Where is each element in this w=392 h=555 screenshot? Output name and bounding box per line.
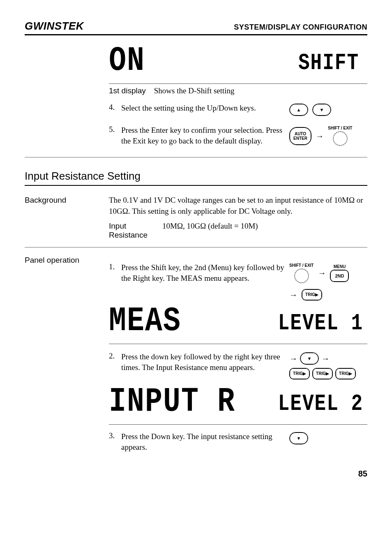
second-key-icon: 2ND	[330, 270, 349, 282]
segment-display-secondary: SHIFT	[298, 51, 359, 76]
step-text: Press the Down key. The input resistance…	[121, 431, 284, 453]
segment-display-primary: ON	[109, 41, 145, 80]
arrow-right-icon: →	[321, 354, 330, 363]
display-caption-label: 1st display	[109, 86, 146, 95]
background-label: Background	[25, 195, 101, 239]
down-key-icon: ▼	[300, 352, 319, 365]
trig-right-key-icon: TRIG▶	[302, 289, 322, 301]
step-number: 4.	[109, 103, 116, 112]
step-text: Select the setting using the Up/Down key…	[121, 103, 284, 113]
shift-exit-label: SHIFT / EXIT	[328, 126, 352, 130]
step-text: Press the Enter key to confirm your sele…	[121, 125, 284, 146]
step-number: 3.	[109, 431, 116, 440]
arrow-right-icon: →	[289, 291, 297, 299]
up-key-icon: ▲	[289, 104, 308, 116]
shift-exit-key-icon	[333, 131, 348, 146]
down-key-icon: ▼	[289, 432, 308, 444]
step-number: 2.	[109, 352, 116, 361]
background-text: The 0.1V and 1V DC voltage ranges can be…	[109, 195, 367, 216]
menu-label: MENU	[334, 264, 346, 269]
step-number: 5.	[109, 125, 116, 134]
shift-exit-label: SHIFT / EXIT	[289, 263, 314, 268]
panel-operation-label: Panel operation	[25, 255, 101, 453]
brand-logo: GWINSTEK	[25, 20, 84, 32]
page-section-title: SYSTEM/DISPLAY CONFIGURATION	[234, 23, 367, 32]
section-heading: Input Resistance Setting	[25, 170, 367, 186]
shift-exit-key-icon	[294, 268, 309, 283]
trig-right-key-icon: TRIG▶	[289, 368, 310, 379]
step-text: Press the down key followed by the right…	[121, 352, 284, 373]
auto-enter-key-icon: AUTO ENTER	[289, 127, 311, 145]
trig-right-key-icon: TRIG▶	[335, 368, 356, 379]
segment-display-secondary: LEVEL 2	[278, 391, 363, 416]
arrow-right-icon: →	[316, 132, 324, 140]
segment-display-secondary: LEVEL 1	[278, 310, 363, 336]
segment-display-primary: INPUT R	[109, 382, 235, 421]
down-key-icon: ▼	[312, 104, 331, 116]
display-caption-text: Shows the D-Shift setting	[154, 86, 235, 95]
input-resistance-value: 10MΩ, 10GΩ (default = 10M)	[162, 222, 258, 240]
arrow-right-icon: →	[318, 269, 326, 277]
step-text: Press the Shift key, the 2nd (Menu) key …	[121, 262, 284, 284]
page-number: 85	[25, 469, 367, 479]
arrow-right-icon: →	[289, 354, 297, 363]
step-number: 1.	[109, 262, 116, 271]
trig-right-key-icon: TRIG▶	[312, 368, 333, 379]
segment-display-primary: MEAS	[109, 301, 181, 340]
input-resistance-label: Input Resistance	[109, 222, 150, 240]
